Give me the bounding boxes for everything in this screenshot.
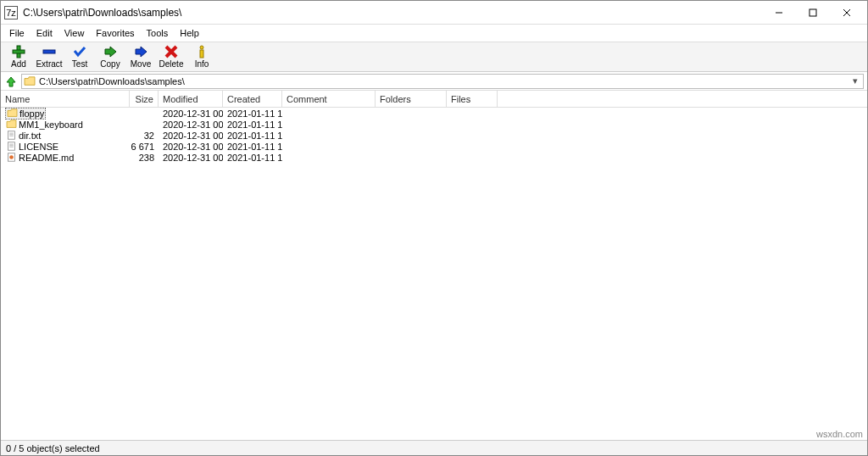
menubar: File Edit View Favorites Tools Help [1,25,867,42]
menu-help[interactable]: Help [175,26,204,40]
svg-rect-1 [810,9,816,16]
minus-icon [41,45,58,58]
arrow-right-green-icon [102,45,119,58]
folder-icon [6,120,17,129]
window-title: C:\Users\patri\Downloads\samples\ [23,7,762,19]
menu-file[interactable]: File [4,26,30,40]
table-row[interactable]: README.md2382020-12-31 00:252021-01-11 1… [1,152,867,163]
statusbar: 0 / 5 object(s) selected [1,440,867,455]
x-icon [163,45,180,58]
table-row[interactable]: dir.txt322020-12-31 00:252021-01-11 18:1… [1,130,867,141]
svg-rect-6 [43,50,55,53]
cell-size: 32 [130,131,159,141]
file-icon [6,131,17,140]
file-icon [6,142,17,151]
header-created[interactable]: Created [223,91,282,107]
column-headers: Name Size Modified Created Comment Folde… [1,91,867,108]
cell-modified: 2020-12-31 00:25 [159,142,223,152]
toolbar: Add Extract Test Copy Move Delete Info [1,42,867,72]
header-name[interactable]: Name [1,91,130,107]
copy-button[interactable]: Copy [96,44,125,70]
menu-tools[interactable]: Tools [142,26,174,40]
info-icon [193,45,210,58]
file-name: floppy [19,108,44,119]
cell-name: dir.txt [1,131,130,141]
info-button[interactable]: Info [187,44,216,70]
watermark: wsxdn.com [816,429,863,439]
folder-icon [24,76,36,86]
status-text: 0 / 5 object(s) selected [6,443,100,453]
cell-created: 2021-01-11 18:17 [223,108,282,119]
extract-button[interactable]: Extract [35,44,64,70]
svg-rect-18 [8,142,15,150]
file-list[interactable]: floppy2020-12-31 00:092021-01-11 18:17MM… [1,108,867,440]
menu-favorites[interactable]: Favorites [91,26,139,40]
window-controls [762,3,864,23]
file-icon [6,153,17,162]
cell-created: 2021-01-11 18:17 [223,120,282,130]
svg-rect-5 [13,50,25,53]
menu-edit[interactable]: Edit [31,26,58,40]
delete-button[interactable]: Delete [157,44,186,70]
check-icon [71,45,88,58]
cell-name: MM1_keyboard [1,120,130,130]
table-row[interactable]: floppy2020-12-31 00:092021-01-11 18:17 [1,108,867,119]
svg-marker-7 [105,47,116,57]
maximize-button[interactable] [796,3,830,23]
cell-name: LICENSE [1,142,130,152]
plus-icon [10,45,27,58]
file-name: MM1_keyboard [19,120,83,130]
menu-view[interactable]: View [59,26,90,40]
folder-icon [7,108,18,118]
header-comment[interactable]: Comment [282,91,376,107]
cell-created: 2021-01-11 18:18 [223,153,282,163]
file-name: dir.txt [19,131,41,141]
cell-modified: 2020-12-31 00:25 [159,153,223,163]
file-name: README.md [19,153,74,163]
app-icon: 7z [4,6,18,19]
cell-modified: 2020-12-31 00:09 [159,108,223,119]
up-icon[interactable] [4,75,18,88]
header-folders[interactable]: Folders [376,91,447,107]
svg-point-23 [9,155,14,159]
svg-rect-12 [200,50,203,58]
close-button[interactable] [830,3,864,23]
cell-name: floppy [1,108,130,120]
address-field-wrap[interactable]: ▾ [21,74,864,89]
svg-marker-8 [136,47,147,57]
minimize-button[interactable] [762,3,796,23]
svg-point-11 [200,46,203,49]
file-name: LICENSE [19,142,58,152]
cell-size: 238 [130,153,159,163]
test-button[interactable]: Test [65,44,94,70]
header-size[interactable]: Size [130,91,159,107]
cell-size: 6 671 [130,142,159,152]
cell-modified: 2020-12-31 00:25 [159,131,223,141]
header-modified[interactable]: Modified [159,91,223,107]
cell-created: 2021-01-11 18:18 [223,131,282,141]
cell-created: 2021-01-11 18:18 [223,142,282,152]
header-files[interactable]: Files [447,91,498,107]
add-button[interactable]: Add [4,44,33,70]
address-dropdown-icon[interactable]: ▾ [849,75,861,86]
address-input[interactable] [39,75,849,87]
table-row[interactable]: LICENSE6 6712020-12-31 00:252021-01-11 1… [1,141,867,152]
addressbar: ▾ [1,72,867,91]
cell-modified: 2020-12-31 00:09 [159,120,223,130]
cell-name: README.md [1,153,130,163]
svg-rect-14 [8,131,15,139]
arrow-right-blue-icon [132,45,149,58]
svg-marker-13 [7,77,15,86]
titlebar: 7z C:\Users\patri\Downloads\samples\ [1,1,867,25]
table-row[interactable]: MM1_keyboard2020-12-31 00:092021-01-11 1… [1,119,867,130]
move-button[interactable]: Move [126,44,155,70]
